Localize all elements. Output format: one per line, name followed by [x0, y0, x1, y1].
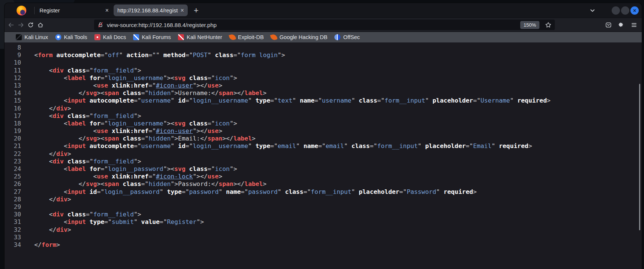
vertical-scrollbar[interactable]	[639, 84, 640, 230]
bookmark-kali-docs[interactable]: Kali Docs	[94, 34, 126, 40]
line-number: 13	[5, 82, 21, 89]
bookmark-exploit-db[interactable]: Exploit-DB	[229, 34, 264, 40]
list-all-tabs-chevron-icon[interactable]	[589, 7, 596, 14]
line-number: 23	[5, 158, 21, 165]
close-window-button[interactable]: ×	[630, 6, 639, 15]
pocket-icon[interactable]	[605, 22, 612, 28]
bookmark-star-icon[interactable]	[545, 22, 551, 28]
source-line: 19 <use xlink:href="#icon-user"></use>	[5, 127, 642, 135]
bookmark-offsec[interactable]: OffSec	[334, 34, 360, 40]
bookmark-label: Kali Forums	[142, 34, 171, 40]
line-code: <label for="login__username"><svg class=…	[34, 120, 237, 127]
line-number: 25	[5, 173, 21, 180]
bookmark-google-hdb[interactable]: Google Hacking DB	[271, 34, 327, 40]
minimize-button[interactable]	[612, 6, 620, 15]
line-code: <use xlink:href="#icon-user"></use>	[34, 127, 222, 135]
tab-title: Register	[39, 8, 103, 14]
line-number: 26	[5, 180, 21, 188]
extensions-puzzle-icon[interactable]	[618, 22, 624, 28]
bookmark-label: Kali Tools	[64, 34, 87, 40]
source-line: 29	[5, 203, 642, 211]
google-hdb-icon	[270, 33, 278, 41]
reload-button[interactable]	[26, 20, 35, 30]
window-controls: ×	[612, 6, 639, 15]
bookmark-label: Kali Linux	[24, 34, 48, 40]
insecure-lock-icon[interactable]	[97, 22, 103, 28]
bookmark-label: Exploit-DB	[238, 34, 264, 40]
source-line: 21 <input autocomplete="username" id="lo…	[5, 142, 642, 150]
line-number: 16	[5, 105, 21, 112]
tab-separator	[34, 7, 35, 14]
home-button[interactable]	[35, 20, 45, 30]
line-number: 31	[5, 218, 21, 226]
line-number: 21	[5, 142, 21, 150]
firefox-icon[interactable]	[17, 6, 26, 15]
source-line: 31 <input type="submit" value="Register"…	[5, 218, 642, 226]
kali-nethunter-icon	[178, 34, 184, 40]
line-number: 17	[5, 112, 21, 120]
line-code: </div>	[34, 105, 71, 112]
hamburger-menu-icon[interactable]	[631, 22, 637, 28]
fragment-link[interactable]: #icon-user	[156, 127, 193, 134]
maximize-button[interactable]	[621, 6, 629, 15]
line-code: <use xlink:href="#icon-lock"></use>	[34, 173, 222, 180]
line-code: <label for="login__password"><svg class=…	[34, 165, 237, 173]
source-line: 11 <div class="form__field">	[5, 67, 642, 74]
line-number: 8	[5, 44, 21, 51]
line-number: 29	[5, 203, 21, 211]
line-code: <input autocomplete="username" id="login…	[34, 97, 551, 104]
line-code: <div class="form__field">	[34, 112, 141, 120]
source-line: 25 <use xlink:href="#icon-lock"></use>	[5, 173, 642, 180]
bookmark-kali-tools[interactable]: Kali Tools	[55, 34, 87, 40]
line-number: 10	[5, 59, 21, 66]
source-line: 9<form autocomplete="off" action="" meth…	[5, 51, 642, 59]
line-number: 19	[5, 127, 21, 135]
fragment-link[interactable]: #icon-user	[156, 82, 193, 89]
url-bar[interactable]: view-source:http://192.168.88.4/register…	[94, 20, 555, 30]
source-line: 24 <label for="login__password"><svg cla…	[5, 165, 642, 173]
forward-button[interactable]	[16, 20, 26, 30]
kali-docs-icon	[94, 34, 100, 40]
bookmarks-bar: Kali LinuxKali ToolsKali DocsKali Forums…	[5, 32, 642, 42]
fragment-link[interactable]: #icon-lock	[156, 173, 193, 180]
close-icon[interactable]: ×	[181, 8, 184, 14]
line-number: 11	[5, 67, 21, 74]
line-number: 18	[5, 120, 21, 127]
bookmark-kali-nethunter[interactable]: Kali NetHunter	[178, 34, 222, 40]
navigation-toolbar: view-source:http://192.168.88.4/register…	[5, 18, 642, 32]
line-number: 32	[5, 226, 21, 234]
line-code: </div>	[34, 196, 71, 203]
line-number: 20	[5, 135, 21, 142]
close-icon[interactable]: ×	[105, 8, 109, 14]
kali-linux-icon	[16, 34, 22, 40]
source-line: 12 <label for="login__username"><svg cla…	[5, 74, 642, 82]
line-code: </div>	[34, 150, 71, 158]
back-button[interactable]	[6, 20, 16, 30]
line-code: </form>	[34, 241, 60, 249]
source-line: 17 <div class="form__field">	[5, 112, 642, 120]
line-code: <div class="form__field">	[34, 211, 141, 218]
line-code: <form autocomplete="off" action="" metho…	[34, 51, 285, 59]
url-text: view-source:http://192.168.88.4/register…	[107, 22, 520, 28]
source-line: 8	[5, 44, 642, 51]
source-line: 28 </div>	[5, 196, 642, 203]
browser-window: Register × http://192.168.88.4/register.…	[5, 3, 642, 269]
source-line: 16 </div>	[5, 105, 642, 112]
bookmark-kali-forums[interactable]: Kali Forums	[133, 34, 171, 40]
line-number: 24	[5, 165, 21, 173]
tab-view-source[interactable]: http://192.168.88.4/register.p ×	[114, 5, 188, 16]
bookmark-label: Google Hacking DB	[279, 34, 327, 40]
tab-bar: Register × http://192.168.88.4/register.…	[5, 3, 642, 18]
zoom-level-badge[interactable]: 150%	[520, 21, 539, 29]
new-tab-button[interactable]: +	[194, 6, 199, 15]
source-line: 13 <use xlink:href="#icon-user"></use>	[5, 82, 642, 89]
line-number: 33	[5, 234, 21, 241]
bookmark-kali-linux[interactable]: Kali Linux	[16, 34, 48, 40]
line-code: </svg><span class="hidden">Password:</sp…	[34, 180, 267, 188]
source-line: 15 <input autocomplete="username" id="lo…	[5, 97, 642, 104]
source-line: 34</form>	[5, 241, 642, 249]
line-code: <div class="form__field">	[34, 158, 141, 165]
tab-register[interactable]: Register ×	[36, 5, 112, 16]
source-line: 33	[5, 234, 642, 241]
line-code: <input autocomplete="username" id="login…	[34, 142, 532, 150]
